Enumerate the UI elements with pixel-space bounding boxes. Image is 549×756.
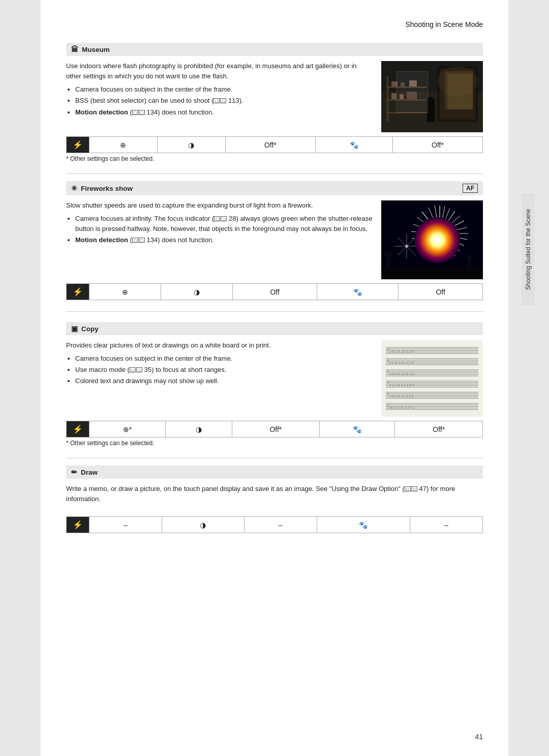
fireworks-flash-cell: ⚡ bbox=[67, 284, 89, 300]
museum-svg bbox=[381, 61, 483, 132]
svg-rect-10 bbox=[400, 94, 404, 99]
fireworks-text: Slow shutter speeds are used to capture … bbox=[66, 200, 373, 248]
fireworks-col2: ⊕ bbox=[89, 284, 161, 300]
draw-settings-table: ⚡ – ◑ – 🐾 – bbox=[66, 516, 483, 533]
museum-col3: ◑ bbox=[157, 137, 225, 153]
svg-rect-11 bbox=[407, 92, 417, 99]
page-number: 41 bbox=[475, 733, 483, 741]
svg-line-34 bbox=[430, 234, 440, 260]
svg-text:𝄞: 𝄞 bbox=[387, 392, 389, 396]
section-copy: ▣ Copy Provides clear pictures of text o… bbox=[66, 322, 483, 447]
svg-rect-9 bbox=[391, 93, 396, 99]
copy-col5: 🐾 bbox=[320, 421, 395, 438]
copy-description: Provides clear pictures of text or drawi… bbox=[66, 340, 373, 351]
museum-icon: 🏛 bbox=[71, 45, 78, 53]
svg-line-35 bbox=[423, 234, 440, 256]
draw-col3: ◑ bbox=[162, 517, 244, 533]
divider-2 bbox=[66, 311, 483, 312]
page-container: Shooting in Scene Mode 🏛 Museum Use indo… bbox=[41, 0, 508, 756]
svg-rect-8 bbox=[409, 80, 417, 86]
svg-text:𝄞: 𝄞 bbox=[387, 359, 389, 362]
svg-text:♫ ♩ ♪ ♩ ♫ ♩ ♩ ♪ ♩: ♫ ♩ ♪ ♩ ♫ ♩ ♩ ♪ ♩ bbox=[389, 405, 414, 409]
section-museum: 🏛 Museum Use indoors where flash photogr… bbox=[66, 43, 483, 162]
copy-bullet-1: Camera focuses on subject in the center … bbox=[75, 354, 373, 364]
sidebar-label-text: Shooting Suited for the Scene bbox=[525, 209, 532, 289]
draw-title-bar: ✏ Draw bbox=[66, 466, 483, 479]
svg-text:𝄞: 𝄞 bbox=[387, 347, 389, 351]
svg-line-33 bbox=[436, 234, 440, 261]
svg-rect-4 bbox=[386, 99, 427, 101]
museum-settings-table: ⚡ ⊕ ◑ Off* 🐾 Off* bbox=[66, 136, 483, 153]
fireworks-svg bbox=[381, 200, 483, 279]
museum-flash-cell: ⚡ bbox=[67, 137, 89, 153]
museum-bullet-1: Camera focuses on subject in the center … bbox=[75, 84, 373, 95]
svg-line-36 bbox=[418, 234, 440, 252]
fireworks-icon: ✳ bbox=[71, 184, 77, 192]
museum-col2: ⊕ bbox=[89, 137, 158, 153]
page-header: Shooting in Scene Mode bbox=[66, 20, 483, 28]
draw-col4: – bbox=[244, 517, 317, 533]
museum-content: Use indoors where flash photography is p… bbox=[66, 61, 483, 132]
svg-point-17 bbox=[426, 97, 435, 105]
svg-rect-3 bbox=[386, 86, 427, 88]
draw-text: Write a memo, or draw a picture, on the … bbox=[66, 484, 483, 512]
svg-text:♩ ♩ ♪ ♫ ♩ ♪ ♩ ♩ ♫: ♩ ♩ ♪ ♫ ♩ ♪ ♩ ♩ ♫ bbox=[389, 394, 414, 398]
svg-rect-61 bbox=[383, 343, 481, 414]
fireworks-photo bbox=[381, 200, 483, 279]
copy-col2: ⊕* bbox=[89, 421, 166, 438]
draw-flash-cell: ⚡ bbox=[67, 517, 89, 533]
af-badge: AF bbox=[463, 184, 478, 193]
museum-col5: 🐾 bbox=[315, 137, 392, 153]
draw-description: Write a memo, or draw a picture, on the … bbox=[66, 484, 483, 504]
svg-point-45 bbox=[437, 231, 442, 236]
copy-image: ♩ ♪ ♩ ♫ ♩ ♪ ♩ ♩ ♫ 𝄞 ♪ ♩ ♫ ♩ ♩ ♪ ♫ ♩ ♪ 𝄞 bbox=[381, 340, 483, 417]
copy-bullets: Camera focuses on subject in the center … bbox=[75, 354, 373, 386]
svg-line-38 bbox=[412, 234, 440, 239]
svg-line-39 bbox=[411, 231, 440, 234]
copy-content: Provides clear pictures of text or drawi… bbox=[66, 340, 483, 417]
museum-bullet-3: Motion detection (□□ 134) does not funct… bbox=[75, 107, 373, 118]
museum-bullets: Camera focuses on subject in the center … bbox=[75, 84, 373, 117]
svg-text:♩ ♪ ♩ ♫ ♩ ♪ ♩ ♩ ♫: ♩ ♪ ♩ ♫ ♩ ♪ ♩ ♩ ♫ bbox=[389, 350, 414, 353]
svg-text:𝄞: 𝄞 bbox=[387, 381, 389, 385]
draw-col2: – bbox=[89, 517, 162, 533]
museum-title: Museum bbox=[82, 46, 110, 53]
fireworks-bullet-2: Motion detection (□□ 134) does not funct… bbox=[75, 235, 373, 245]
svg-line-37 bbox=[414, 234, 440, 246]
copy-flash-cell: ⚡ bbox=[67, 421, 89, 438]
museum-description: Use indoors where flash photography is p… bbox=[66, 61, 373, 81]
museum-text: Use indoors where flash photography is p… bbox=[66, 61, 373, 120]
copy-title-bar: ▣ Copy bbox=[66, 322, 483, 335]
museum-footnote: * Other settings can be selected. bbox=[66, 155, 483, 162]
museum-title-bar: 🏛 Museum bbox=[66, 43, 483, 56]
page-title: Shooting in Scene Mode bbox=[405, 20, 483, 28]
museum-col6: Off* bbox=[392, 137, 482, 153]
museum-image bbox=[381, 61, 483, 132]
fireworks-title-label: Fireworks show bbox=[81, 185, 133, 192]
svg-line-31 bbox=[440, 234, 449, 259]
section-draw: ✏ Draw Write a memo, or draw a picture, … bbox=[66, 466, 483, 533]
svg-point-46 bbox=[435, 228, 445, 239]
copy-col6: Off* bbox=[395, 421, 483, 438]
fireworks-description: Slow shutter speeds are used to capture … bbox=[66, 200, 373, 211]
svg-rect-6 bbox=[391, 81, 398, 86]
fireworks-bullet-1: Camera focuses at infinity. The focus in… bbox=[75, 214, 373, 234]
svg-text:♪ ♩ ♫ ♩ ♩ ♪ ♫ ♩ ♪: ♪ ♩ ♫ ♩ ♩ ♪ ♫ ♩ ♪ bbox=[389, 361, 414, 364]
fireworks-content: Slow shutter speeds are used to capture … bbox=[66, 200, 483, 279]
fireworks-settings-table: ⚡ ⊕ ◑ Off 🐾 Off bbox=[66, 283, 483, 300]
svg-line-41 bbox=[417, 217, 440, 234]
copy-text: Provides clear pictures of text or drawi… bbox=[66, 340, 373, 389]
svg-text:𝄞: 𝄞 bbox=[387, 403, 389, 407]
copy-footnote: * Other settings can be selected. bbox=[66, 440, 483, 447]
sidebar-label: Shooting Suited for the Scene bbox=[522, 193, 535, 305]
draw-col6: – bbox=[410, 517, 482, 533]
svg-rect-15 bbox=[445, 71, 473, 109]
fireworks-title-bar: ✳ Fireworks show AF bbox=[66, 181, 483, 195]
copy-icon: ▣ bbox=[71, 325, 78, 333]
copy-title: Copy bbox=[81, 325, 99, 333]
svg-line-32 bbox=[440, 234, 442, 261]
svg-text:𝄞: 𝄞 bbox=[387, 370, 389, 373]
copy-settings-table: ⚡ ⊕* ◑ Off* 🐾 Off* bbox=[66, 421, 483, 438]
draw-icon: ✏ bbox=[71, 468, 77, 476]
copy-photo: ♩ ♪ ♩ ♫ ♩ ♪ ♩ ♩ ♫ 𝄞 ♪ ♩ ♫ ♩ ♩ ♪ ♫ ♩ ♪ 𝄞 bbox=[381, 340, 483, 417]
